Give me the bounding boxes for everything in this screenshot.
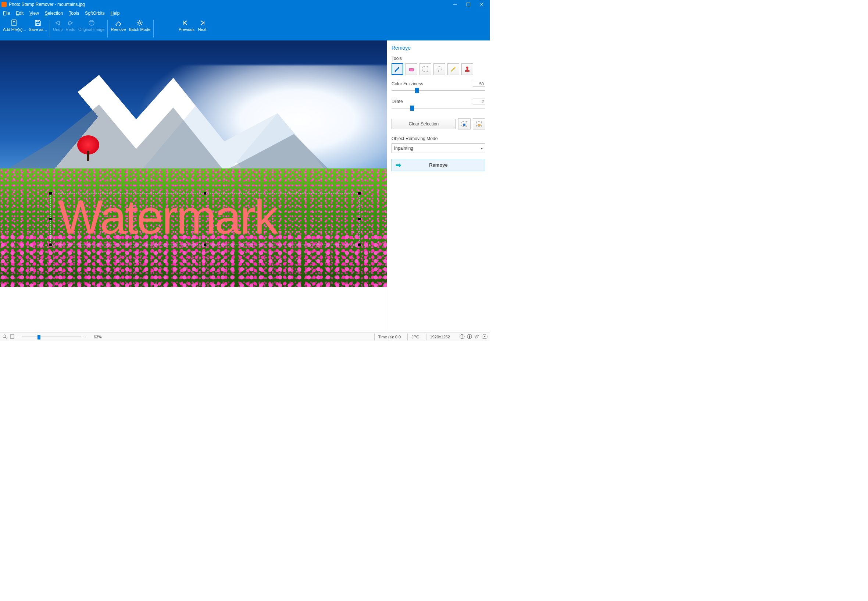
- save-icon: [34, 19, 42, 26]
- redo-icon: [66, 19, 75, 26]
- fit-screen-icon[interactable]: [9, 334, 15, 340]
- save-as-button[interactable]: Save as...: [27, 18, 48, 39]
- canvas-image: Watermark: [0, 40, 387, 287]
- rect-select-tool[interactable]: [419, 63, 431, 75]
- selection-handle[interactable]: [204, 192, 206, 195]
- zoom-slider[interactable]: [22, 334, 81, 340]
- svg-rect-16: [466, 68, 468, 70]
- zoom-tool-icon[interactable]: [2, 334, 8, 340]
- zoom-percent: 63%: [94, 335, 102, 339]
- menu-help[interactable]: Help: [111, 11, 120, 16]
- zoom-out-button[interactable]: −: [17, 335, 19, 339]
- selection-handle[interactable]: [49, 244, 52, 246]
- eraser-tool[interactable]: [405, 63, 417, 75]
- object-removing-mode-label: Object Removing Mode: [391, 136, 485, 141]
- arrow-right-icon: ➡: [396, 161, 401, 169]
- selection-handle[interactable]: [358, 218, 361, 220]
- tools-row: [391, 63, 485, 75]
- color-fuzziness-slider[interactable]: [391, 87, 485, 94]
- load-selection-icon: [476, 121, 482, 127]
- add-file-icon: [10, 19, 19, 26]
- minimize-button[interactable]: [449, 0, 462, 9]
- save-selection-button[interactable]: [458, 119, 471, 130]
- menu-softorbits[interactable]: SoftOrbits: [85, 11, 104, 16]
- dilate-slider[interactable]: [391, 104, 485, 112]
- eraser-icon: [408, 66, 415, 73]
- menu-bar: File Edit View Selection Tools SoftOrbit…: [0, 9, 490, 18]
- rect-select-icon: [422, 66, 429, 73]
- lasso-tool[interactable]: [434, 63, 445, 75]
- dilate-value[interactable]: 2: [473, 99, 485, 104]
- clear-selection-button[interactable]: Clear Selection: [391, 119, 456, 129]
- selection-handle[interactable]: [49, 218, 52, 220]
- side-panel: Remove Tools Color Fuzziness 50 Dilate 2: [387, 40, 490, 332]
- close-icon: [480, 2, 484, 7]
- add-files-button[interactable]: Add File(s)...: [2, 18, 27, 39]
- svg-line-22: [6, 337, 7, 339]
- svg-rect-23: [10, 335, 14, 339]
- dilate-label: Dilate: [391, 99, 403, 104]
- svg-point-21: [3, 335, 6, 338]
- panel-tab-remove[interactable]: Remove: [391, 43, 485, 55]
- previous-button[interactable]: Previous: [177, 18, 196, 39]
- eraser-icon: [114, 19, 123, 26]
- minimize-icon: [453, 2, 457, 7]
- selection-rectangle[interactable]: [50, 193, 360, 245]
- facebook-icon[interactable]: [467, 334, 472, 340]
- svg-point-26: [462, 335, 463, 336]
- magic-wand-icon: [450, 66, 457, 73]
- next-icon: [198, 19, 207, 26]
- selection-handle[interactable]: [358, 244, 361, 246]
- info-icon[interactable]: [460, 334, 465, 340]
- redo-button[interactable]: Redo: [64, 18, 77, 39]
- svg-rect-8: [37, 20, 39, 22]
- batch-mode-button[interactable]: Batch Mode: [127, 18, 152, 39]
- undo-button[interactable]: Undo: [52, 18, 64, 39]
- menu-edit[interactable]: Edit: [16, 11, 24, 16]
- selection-handle[interactable]: [49, 192, 52, 195]
- svg-rect-1: [467, 3, 470, 6]
- menu-tools[interactable]: Tools: [69, 11, 79, 16]
- color-fuzziness-value[interactable]: 50: [473, 81, 485, 87]
- stamp-tool[interactable]: [461, 63, 473, 75]
- remove-button[interactable]: ➡ Remove: [391, 159, 485, 171]
- app-icon: [2, 2, 7, 7]
- status-time: Time (s): 0.0: [374, 334, 404, 340]
- svg-rect-19: [463, 124, 466, 126]
- menu-view[interactable]: View: [29, 11, 39, 16]
- gear-icon: [135, 19, 144, 26]
- previous-icon: [182, 19, 191, 26]
- svg-point-17: [466, 67, 468, 68]
- canvas-area: Watermark: [0, 40, 387, 332]
- zoom-in-button[interactable]: +: [84, 335, 86, 339]
- twitter-icon[interactable]: [474, 334, 480, 340]
- svg-rect-15: [465, 70, 469, 72]
- chevron-down-icon: ▾: [481, 146, 483, 150]
- menu-selection[interactable]: Selection: [45, 11, 63, 16]
- magic-wand-tool[interactable]: [448, 63, 459, 75]
- main-area: Watermark Remove Tool: [0, 40, 490, 332]
- canvas-viewport[interactable]: Watermark: [0, 40, 387, 332]
- svg-point-10: [139, 22, 141, 24]
- original-image-button[interactable]: Original Image: [77, 18, 106, 39]
- remove-ribbon-button[interactable]: Remove: [109, 18, 127, 39]
- object-removing-mode-select[interactable]: Inpainting ▾: [391, 143, 485, 153]
- svg-rect-13: [409, 69, 414, 71]
- original-image-icon: [87, 19, 96, 26]
- selection-handle[interactable]: [204, 244, 206, 246]
- marker-tool[interactable]: [391, 63, 403, 75]
- tools-label: Tools: [391, 56, 485, 61]
- color-fuzziness-label: Color Fuzziness: [391, 81, 423, 87]
- youtube-icon[interactable]: [481, 334, 487, 340]
- selection-handle[interactable]: [358, 192, 361, 195]
- lasso-icon: [436, 66, 443, 73]
- ribbon-toolbar: Add File(s)... Save as... Undo Redo Orig…: [0, 18, 490, 40]
- stamp-icon: [464, 66, 471, 73]
- app-window: Photo Stamp Remover - mountains.jpg File…: [0, 0, 490, 341]
- svg-rect-7: [37, 24, 40, 25]
- close-button[interactable]: [475, 0, 488, 9]
- maximize-button[interactable]: [462, 0, 475, 9]
- load-selection-button[interactable]: [473, 119, 485, 130]
- menu-file[interactable]: File: [3, 11, 10, 16]
- next-button[interactable]: Next: [196, 18, 209, 39]
